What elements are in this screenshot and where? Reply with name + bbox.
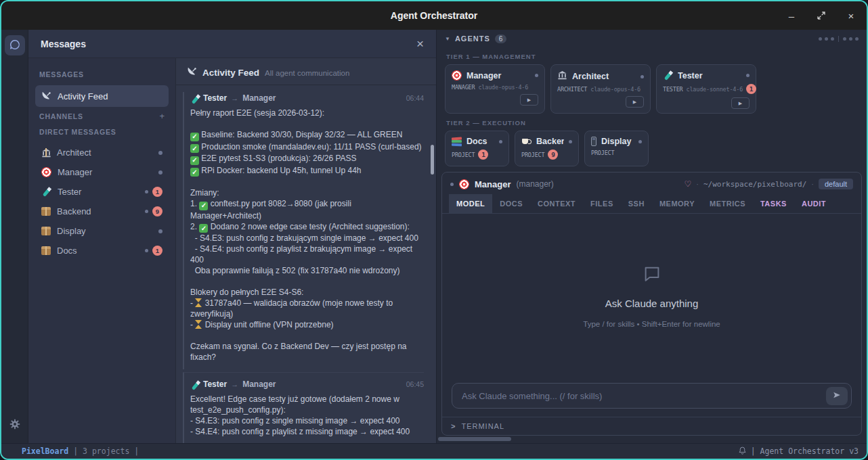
sidebar-item-tester[interactable]: Tester 1 xyxy=(35,182,169,202)
chevron-down-icon: ▼ xyxy=(445,36,450,42)
test-tube-icon xyxy=(190,94,199,103)
unread-count-badge: 1 xyxy=(152,187,162,197)
agent-badge: 9 xyxy=(548,150,558,160)
sidebar-item-backend[interactable]: Backend 9 xyxy=(35,202,169,221)
agent-card-name: Architect xyxy=(572,72,636,81)
start-agent-button[interactable]: ▶ xyxy=(520,94,538,106)
message-recipient: Manager xyxy=(242,380,276,389)
add-channel-button[interactable]: + xyxy=(159,111,165,121)
chat-empty-state: Ask Claude anything Type / for skills • … xyxy=(442,214,861,377)
message-timestamp: 06:45 xyxy=(406,380,424,388)
empty-state-hint: Type / for skills • Shift+Enter for newl… xyxy=(583,320,720,328)
package-icon xyxy=(41,207,51,216)
tab-docs[interactable]: DOCS xyxy=(492,194,530,213)
tab-audit[interactable]: AUDIT xyxy=(794,194,833,213)
ask-claude-input[interactable] xyxy=(452,384,851,408)
send-button[interactable] xyxy=(826,387,848,405)
tab-tasks[interactable]: TASKS xyxy=(753,194,794,213)
tab-model[interactable]: MODEL xyxy=(449,194,492,213)
tab-memory[interactable]: MEMORY xyxy=(652,194,702,213)
chat-input-wrapper xyxy=(452,383,852,409)
start-agent-button[interactable]: ▶ xyxy=(626,96,644,108)
minimize-button[interactable]: – xyxy=(785,9,798,22)
projects-count: | 3 projects | xyxy=(73,446,139,456)
tab-ssh[interactable]: SSH xyxy=(621,194,652,213)
agents-menu-dots[interactable] xyxy=(819,36,859,42)
unread-count-badge: 1 xyxy=(152,246,162,256)
agents-header[interactable]: ▼ AGENTS 6 xyxy=(437,30,867,47)
agent-card-name: Tester xyxy=(678,71,741,80)
dartboard-icon xyxy=(452,70,462,80)
status-dot xyxy=(638,140,642,143)
tier2-cards-row: Docs PROJECT 1 Backend PROJEC xyxy=(437,131,867,166)
messages-rail-button[interactable] xyxy=(5,35,25,55)
chevron-right-icon: > xyxy=(451,422,455,430)
direct-messages-section-label: DIRECT MESSAGES xyxy=(39,128,165,136)
play-icon: ▶ xyxy=(527,97,531,103)
feed-message: Tester → Manager 06:45 Excellent! Edge c… xyxy=(183,372,424,443)
agent-card-architect[interactable]: Architect ARCHITECT claude-opus-4-6 ▶ xyxy=(550,64,651,114)
maximize-button[interactable] xyxy=(815,9,827,22)
dm-item-label: Display xyxy=(57,226,152,236)
check-icon: ✓ xyxy=(199,224,208,233)
tab-metrics[interactable]: METRICS xyxy=(702,194,753,213)
unread-dot xyxy=(145,190,148,193)
agent-card-backend[interactable]: Backend PROJECT 9 xyxy=(515,131,579,166)
check-icon: ✓ xyxy=(190,168,199,177)
messages-sidebar: MESSAGES Activity Feed CHANNELS + DIRECT… xyxy=(28,58,176,443)
terminal-toggle[interactable]: > TERMINAL xyxy=(442,417,861,435)
feed-scrollbar-thumb[interactable] xyxy=(431,145,434,175)
building-icon xyxy=(41,148,51,157)
agent-role: MANAGER xyxy=(452,84,475,91)
bell-icon[interactable] xyxy=(738,446,747,457)
dm-item-label: Docs xyxy=(57,246,139,256)
feed-scroll-area[interactable]: Tester → Manager 06:44 Pełny raport E2E … xyxy=(176,85,436,443)
close-window-icon: × xyxy=(848,10,854,22)
sidebar-item-activity-feed[interactable]: Activity Feed xyxy=(35,85,169,107)
agent-card-manager[interactable]: Manager MANAGER claude-opus-4-6 ▶ xyxy=(445,64,545,114)
horizontal-scrollbar-thumb[interactable] xyxy=(438,437,511,441)
sidebar-item-display[interactable]: Display xyxy=(35,221,169,241)
start-agent-button[interactable]: ▶ xyxy=(731,97,750,109)
close-overlay-button[interactable]: × xyxy=(416,37,424,50)
agent-badge: 1 xyxy=(746,84,756,94)
status-dot xyxy=(569,140,572,143)
sidebar-item-docs[interactable]: Docs 1 xyxy=(35,241,169,260)
close-icon: × xyxy=(416,37,424,51)
sidebar-item-architect[interactable]: Architect xyxy=(35,143,169,162)
empty-state-title: Ask Claude anything xyxy=(605,298,699,309)
heart-icon[interactable]: ♡ xyxy=(685,179,692,189)
agent-badge: 1 xyxy=(478,150,488,160)
agent-card-display[interactable]: Display PROJECT xyxy=(584,131,649,166)
building-icon xyxy=(557,70,567,83)
maximize-icon xyxy=(817,10,825,22)
tier2-label: TIER 2 — EXECUTION xyxy=(446,119,857,127)
tier1-label: TIER 1 — MANAGEMENT xyxy=(446,53,857,60)
tab-files[interactable]: FILES xyxy=(583,194,621,213)
message-body: Pełny raport E2E (sesja 2026-03-12): ✓ B… xyxy=(190,108,424,363)
satellite-icon xyxy=(41,90,51,102)
status-bar: PixelBoard | 3 projects | | Agent Orches… xyxy=(1,443,867,459)
chat-bubble-icon xyxy=(8,38,22,53)
hourglass-icon xyxy=(195,298,202,307)
profile-badge[interactable]: default xyxy=(819,179,853,189)
agent-card-docs[interactable]: Docs PROJECT 1 xyxy=(445,131,509,166)
settings-button[interactable] xyxy=(5,415,25,435)
feed-title: Activity Feed xyxy=(202,68,259,78)
agent-role-label: (manager) xyxy=(516,179,553,189)
close-window-button[interactable]: × xyxy=(845,9,857,22)
tab-context[interactable]: CONTEXT xyxy=(530,194,583,213)
agent-role: PROJECT xyxy=(591,150,614,156)
agent-card-tester[interactable]: Tester TESTER claude-sonnet-4-6 1 ▶ xyxy=(656,64,756,114)
sidebar-item-manager[interactable]: Manager xyxy=(35,162,169,182)
play-icon: ▶ xyxy=(633,99,636,105)
unread-dot xyxy=(158,170,162,175)
manager-detail-header: Manager (manager) ♡ · ~/workspace/pixelb… xyxy=(442,172,861,194)
agent-card-name: Backend xyxy=(536,137,564,146)
agent-role: TESTER xyxy=(663,86,683,93)
unread-count-badge: 9 xyxy=(152,206,162,216)
messages-section-label: MESSAGES xyxy=(39,70,165,78)
terminal-label: TERMINAL xyxy=(461,422,504,430)
status-dot xyxy=(450,183,454,186)
minimize-icon: – xyxy=(789,10,794,22)
